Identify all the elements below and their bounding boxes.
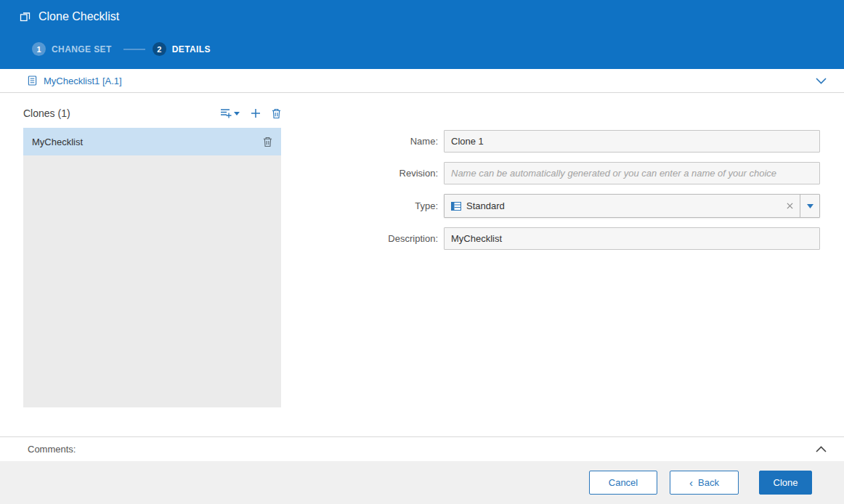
type-select[interactable]: Standard [444,194,820,218]
add-multiple-button[interactable] [220,108,240,119]
chevron-left-icon: ‹ [689,477,693,488]
clone-button[interactable]: Clone [759,471,812,495]
dropdown-caret-icon [234,112,240,115]
clones-toolbar [220,108,281,119]
comments-section[interactable]: Comments: [0,436,844,461]
trash-icon[interactable] [263,137,272,147]
step-details[interactable]: 2 DETAILS [153,42,211,56]
chevron-up-icon[interactable] [816,446,827,452]
type-label: Type: [276,200,438,211]
clones-list: MyChecklist [23,128,281,407]
chevron-down-icon[interactable] [816,78,827,84]
dialog-footer: Cancel ‹ Back Clone [0,461,844,504]
clone-item-label: MyChecklist [32,137,83,147]
name-label: Name: [276,136,438,147]
description-row: Description: [276,227,821,250]
revision-row: Revision: [276,162,821,184]
description-label: Description: [276,233,438,244]
comments-label: Comments: [28,444,76,455]
back-button-label: Back [698,477,719,488]
clones-panel-title: Clones (1) [23,107,70,119]
step-1-label: CHANGE SET [52,44,112,54]
delete-clone-button[interactable] [272,108,281,119]
wizard-steps: 1 CHANGE SET 2 DETAILS [32,42,211,56]
dialog-header: Clone Checklist 1 CHANGE SET 2 DETAILS [0,0,844,69]
dropdown-caret-icon[interactable] [800,195,819,217]
revision-field[interactable] [444,162,820,184]
dialog-title: Clone Checklist [38,10,119,23]
clone-icon [20,11,31,23]
revision-label: Revision: [276,168,438,179]
clones-panel-header: Clones (1) [23,107,281,119]
step-change-set[interactable]: 1 CHANGE SET [32,42,112,56]
name-row: Name: [276,130,821,153]
cancel-button[interactable]: Cancel [589,471,657,495]
step-2-circle: 2 [153,42,166,56]
add-clone-button[interactable] [251,108,261,118]
type-selected-value: Standard [466,200,505,211]
list-item[interactable]: MyChecklist [23,128,281,155]
clear-x-icon[interactable] [780,203,800,209]
name-field[interactable] [444,130,820,153]
step-connector [123,49,145,50]
source-checklist-title: MyChecklist1 [A.1] [44,76,122,86]
step-1-circle: 1 [32,42,46,56]
checklist-icon [28,76,37,86]
type-row: Type: Standard [276,194,821,218]
back-button[interactable]: ‹ Back [670,471,739,495]
description-field[interactable] [444,227,820,250]
source-checklist-bar[interactable]: MyChecklist1 [A.1] [0,69,844,93]
clone-checklist-dialog: Clone Checklist 1 CHANGE SET 2 DETAILS M… [0,0,844,504]
step-2-label: DETAILS [172,44,211,54]
table-type-icon [451,202,461,211]
